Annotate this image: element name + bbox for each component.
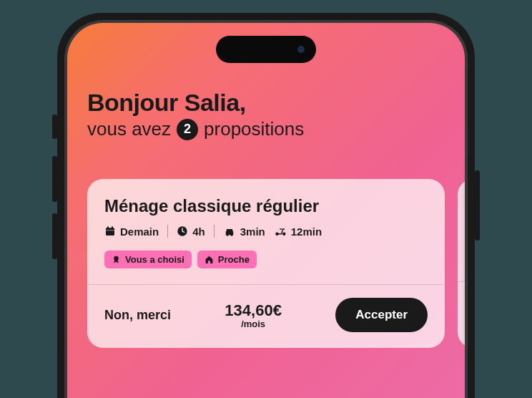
svg-point-9 [114, 256, 119, 261]
scooter-icon [274, 225, 287, 237]
price-block: 134,60€ /mois [181, 301, 325, 329]
proposal-card[interactable]: Ménage classique régulier Demain 4h 3min [87, 179, 445, 348]
phone-frame: Bonjour Salia, vous avez 2 propositions … [57, 13, 475, 398]
home-icon [205, 255, 214, 264]
proposal-footer: No [458, 281, 465, 326]
greeting-title: Bonjour Salia, [87, 89, 445, 117]
svg-rect-2 [112, 226, 113, 228]
meta-duration-label: 4h [192, 225, 205, 238]
phone-volume-down [52, 213, 57, 259]
clock-icon [177, 225, 188, 237]
proposal-count-badge: 2 [177, 119, 198, 140]
proposal-footer: Non, merci 134,60€ /mois Accepter [87, 284, 445, 348]
sub-prefix: vous avez [87, 118, 171, 140]
svg-rect-0 [106, 228, 114, 236]
svg-rect-1 [107, 226, 109, 228]
sub-suffix: propositions [204, 118, 304, 140]
decline-button[interactable]: Non, merci [104, 308, 171, 323]
phone-volume-up [52, 156, 57, 202]
medal-icon [112, 255, 121, 264]
meta-duration: 4h [177, 225, 205, 238]
greeting-subtitle: vous avez 2 propositions [87, 118, 445, 140]
phone-power-button [475, 170, 480, 241]
divider [214, 225, 215, 238]
calendar-icon [104, 225, 116, 237]
dynamic-island [216, 36, 316, 63]
svg-point-6 [230, 234, 232, 236]
app-screen: Bonjour Salia, vous avez 2 propositions … [67, 23, 465, 398]
tag-chose-you: Vous a choisi [104, 251, 192, 268]
meta-scooter: 12min [274, 225, 322, 238]
car-icon [223, 225, 236, 237]
proposal-meta: Demain 4h 3min 12min [104, 225, 428, 238]
proposal-title: Ménage classique régulier [104, 196, 428, 216]
phone-side-button [52, 115, 57, 139]
meta-drive-label: 3min [240, 225, 265, 238]
price-amount: 134,60€ [225, 301, 282, 319]
accept-button[interactable]: Accepter [335, 298, 428, 332]
meta-scooter-label: 12min [291, 225, 322, 238]
proposal-cards: Ménage classique régulier Demain 4h 3min [87, 179, 465, 348]
svg-rect-3 [106, 230, 114, 230]
svg-point-5 [226, 234, 228, 236]
svg-point-8 [282, 233, 286, 236]
meta-drive: 3min [223, 225, 265, 238]
divider [167, 225, 168, 238]
tag-label: Vous a choisi [125, 254, 184, 265]
meta-date: Demain [104, 225, 159, 238]
tag-label: Proche [218, 254, 250, 265]
proposal-tags: Vous a choisi Proche [104, 251, 428, 268]
price-period: /mois [181, 319, 325, 329]
meta-date-label: Demain [120, 225, 159, 238]
proposal-card-next[interactable]: M No [458, 179, 465, 348]
tag-nearby: Proche [197, 251, 257, 268]
